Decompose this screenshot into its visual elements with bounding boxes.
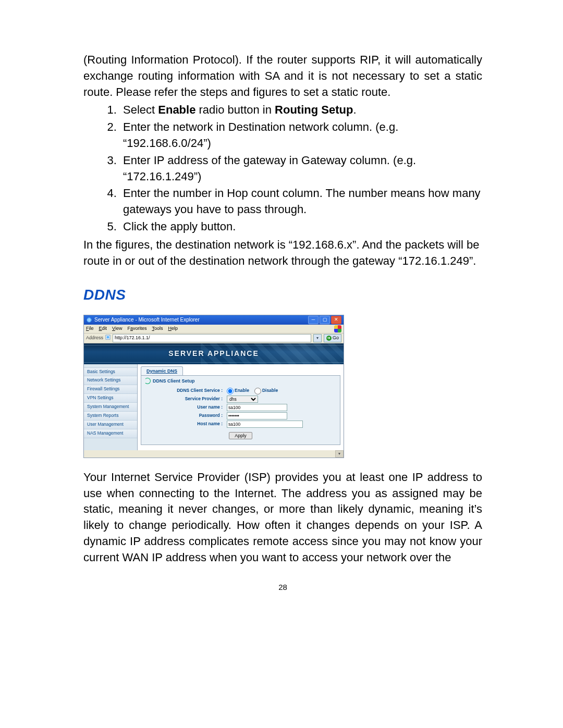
minimize-button[interactable]: ─ [308,316,319,324]
go-button[interactable]: ➜ Go [324,334,341,342]
row-ddns-service: DDNS Client Service : Enable Disable [144,388,337,394]
tab-dynamic-dns[interactable]: Dynamic DNS [141,366,183,376]
ddns-panel: DDNS Client Setup DDNS Client Service : … [141,375,340,445]
menu-view[interactable]: View [112,325,122,332]
menu-favorites[interactable]: Favorites [127,325,146,332]
titlebar: Server Appliance - Microsoft Internet Ex… [84,315,344,325]
input-hostname[interactable] [227,421,303,428]
address-dropdown-button[interactable]: ▾ [313,334,322,342]
maximize-button[interactable]: ▢ [320,316,330,324]
steps-list: Select Enable radio button in Routing Se… [83,102,482,235]
sidebar-item-basic-settings[interactable]: Basic Settings [84,367,137,377]
label-password: Password : [144,413,225,419]
input-username[interactable] [227,404,287,411]
input-password[interactable] [227,412,287,419]
apply-button[interactable]: Apply [229,432,252,439]
menubar: File Edit View Favorites Tools Help [84,325,344,334]
refresh-icon [144,378,151,384]
radio-enable[interactable]: Enable [227,388,249,394]
row-username: User name : [144,404,337,411]
row-password: Password : [144,412,337,419]
sidebar-item-nas-management[interactable]: NAS Management [84,429,137,438]
menu-help[interactable]: Help [168,325,178,332]
page-number: 28 [83,582,482,593]
row-provider: Service Provider : dhs [144,396,337,403]
panel-title: DDNS Client Setup [144,378,337,385]
address-input[interactable]: http://172.16.1.1/ [113,334,311,342]
step-2: Enter the network in Destination network… [120,119,482,152]
select-provider[interactable]: dhs [227,396,258,403]
radio-disable-input[interactable] [254,388,261,394]
sidebar-item-user-management[interactable]: User Management [84,420,137,429]
sidebar-item-network-settings[interactable]: Network Settings [84,376,137,385]
step-4: Enter the number in Hop count column. Th… [120,186,482,218]
step-3: Enter IP address of the gateway in Gatew… [120,153,482,185]
step-5: Click the apply button. [120,219,482,235]
intro-paragraph: (Routing Information Protocol). If the r… [83,52,482,100]
row-hostname: Host name : [144,421,337,428]
statusbar: ▾ [84,450,344,458]
sidebar-item-firewall-settings[interactable]: Firewall Settings [84,385,137,394]
app-icon [86,317,92,323]
label-provider: Service Provider : [144,396,225,402]
window-title: Server Appliance - Microsoft Internet Ex… [94,316,307,324]
sidebar-item-vpn-settings[interactable]: VPN Settings [84,393,137,403]
after-paragraph: In the figures, the destination network … [83,237,482,269]
radio-disable[interactable]: Disable [254,388,278,394]
close-button[interactable]: ✕ [331,316,341,324]
sidebar-item-system-management[interactable]: System Management [84,402,137,412]
label-username: User name : [144,404,225,411]
radio-enable-input[interactable] [227,388,234,394]
svg-point-2 [107,336,109,338]
main-panel: Dynamic DNS DDNS Client Setup DDNS Clien… [138,364,344,450]
address-label: Address [86,335,103,341]
go-arrow-icon: ➜ [326,336,332,341]
menu-tools[interactable]: Tools [152,325,163,332]
banner-text: SERVER APPLIANCE [168,349,259,359]
menu-file[interactable]: File [86,325,94,332]
step-1: Select Enable radio button in Routing Se… [120,102,482,118]
screenshot-window: Server Appliance - Microsoft Internet Ex… [83,315,344,458]
menu-edit[interactable]: Edit [99,325,107,332]
label-ddns-service: DDNS Client Service : [144,388,225,394]
banner: SERVER APPLIANCE [84,343,344,364]
scroll-down-button[interactable]: ▾ [335,450,344,458]
sidebar-item-system-reports[interactable]: System Reports [84,411,137,421]
label-hostname: Host name : [144,421,225,427]
page-icon [105,335,111,342]
section-title: DDNS [83,285,482,305]
ddns-paragraph: Your Internet Service Provider (ISP) pro… [83,470,482,566]
windows-logo-icon [334,325,341,332]
address-bar: Address http://172.16.1.1/ ▾ ➜ Go [84,334,344,343]
sidebar: Basic Settings Network Settings Firewall… [84,364,138,450]
